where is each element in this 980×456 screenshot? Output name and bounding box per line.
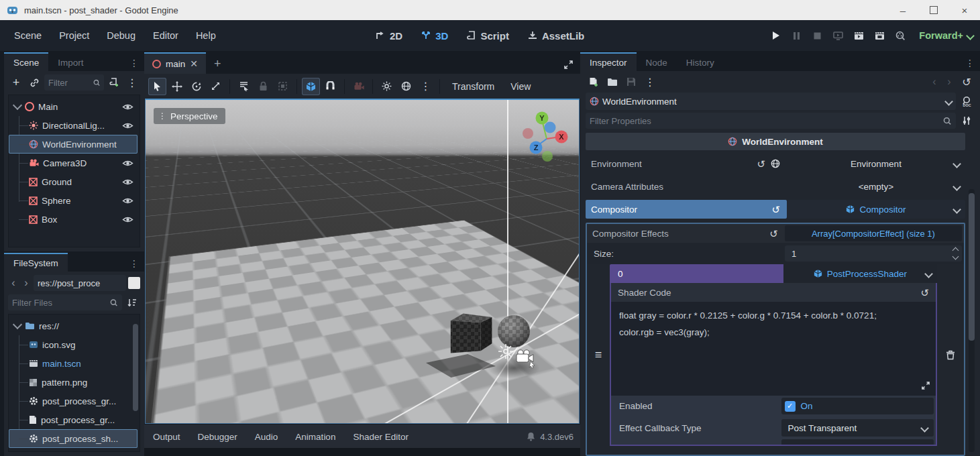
path-field[interactable] (34, 275, 126, 291)
new-scene-tab-button[interactable]: + (206, 57, 229, 74)
revert-icon[interactable]: ↺ (769, 229, 778, 239)
list-select-button[interactable] (235, 78, 253, 95)
file-row-resource[interactable]: post_process_gr... (9, 410, 140, 429)
maximize-button[interactable] (918, 0, 949, 20)
expand-code-icon[interactable] (921, 381, 930, 390)
file-row-root[interactable]: res:// (9, 317, 140, 335)
property-environment[interactable]: Environment ↺ Environment (586, 154, 965, 173)
size-field[interactable]: 1 (785, 245, 962, 262)
menu-scene[interactable]: Scene (5, 30, 50, 41)
visibility-eye-icon[interactable] (122, 196, 133, 205)
path-input[interactable] (38, 278, 122, 288)
preview-sun-button[interactable] (378, 78, 396, 95)
attach-script-button[interactable] (106, 74, 122, 91)
tab-scene[interactable]: Scene (4, 52, 48, 71)
tab-debugger[interactable]: Debugger (189, 432, 246, 442)
dock-menu-icon[interactable]: ⋮ (129, 58, 144, 71)
file-filter-field[interactable] (8, 294, 122, 310)
scene-filter-field[interactable] (44, 74, 104, 91)
preview-menu-icon[interactable]: ⋮ (417, 78, 435, 95)
environment-value[interactable]: Environment (787, 159, 965, 169)
edited-object-selector[interactable]: WorldEnvironment (586, 93, 956, 110)
file-row-iconsvg[interactable]: icon.svg (9, 335, 140, 354)
bell-icon[interactable] (527, 432, 535, 441)
revert-icon[interactable]: ↺ (771, 205, 780, 215)
workspace-script[interactable]: Script (467, 30, 509, 42)
visibility-eye-icon[interactable] (122, 121, 133, 130)
resource-extra-menu-icon[interactable]: ⋮ (642, 74, 658, 90)
local-space-button[interactable] (302, 78, 320, 95)
pause-button[interactable] (789, 28, 804, 43)
scene-node-directionallight[interactable]: DirectionalLig... (9, 116, 140, 135)
file-row-patternpng[interactable]: pattern.png (9, 373, 140, 392)
open-docs-button[interactable]: DOC (959, 93, 975, 109)
filter-options-icon[interactable] (959, 113, 975, 129)
tab-inspector[interactable]: Inspector (580, 52, 637, 71)
nav-forward-icon[interactable]: › (21, 277, 32, 289)
minimize-button[interactable]: – (887, 0, 918, 20)
viewport-menu-icon[interactable]: ⋮ (158, 111, 166, 121)
play-custom-scene-button[interactable] (872, 28, 887, 43)
camera-preview-button[interactable] (349, 78, 368, 95)
tab-import[interactable]: Import (48, 52, 93, 71)
lock-button[interactable] (254, 78, 272, 95)
tab-animation[interactable]: Animation (286, 432, 344, 442)
visibility-eye-icon[interactable] (122, 215, 133, 224)
dock-menu-icon[interactable]: ⋮ (965, 58, 980, 71)
axis-gizmo[interactable]: Y X Z (520, 105, 569, 164)
collapse-icon[interactable] (13, 320, 22, 329)
visibility-eye-icon[interactable] (122, 178, 133, 186)
property-filter-field[interactable] (586, 113, 956, 129)
add-node-button[interactable]: + (8, 74, 24, 91)
item-type-selector[interactable]: PostProcessShader (783, 264, 937, 283)
history-back-icon[interactable]: ‹ (929, 76, 940, 88)
scale-tool-button[interactable] (207, 78, 225, 95)
collapse-icon[interactable] (13, 101, 22, 110)
save-resource-button[interactable] (623, 74, 639, 90)
perspective-selector[interactable]: ⋮ Perspective (154, 108, 225, 124)
file-row-gdshader2[interactable]: post_process_sh... (9, 429, 138, 448)
tab-main-scene[interactable]: main ✕ (144, 52, 206, 74)
instance-scene-button[interactable] (26, 74, 42, 91)
array-value-button[interactable]: Array[CompositorEffect] (size 1) (785, 225, 962, 241)
visibility-eye-icon[interactable] (122, 103, 133, 111)
tab-filesystem[interactable]: FileSystem (4, 253, 68, 272)
scene-extra-menu-icon[interactable]: ⋮ (124, 74, 140, 91)
transform-menu[interactable]: Transform (445, 81, 502, 92)
revert-icon[interactable]: ↺ (920, 288, 929, 298)
menu-editor[interactable]: Editor (144, 30, 187, 41)
shader-code-header[interactable]: Shader Code ↺ (611, 283, 936, 302)
preview-environment-button[interactable] (397, 78, 415, 95)
workspace-assetlib[interactable]: AssetLib (528, 30, 584, 42)
workspace-2d[interactable]: 2D (376, 30, 402, 42)
close-tab-icon[interactable]: ✕ (190, 58, 198, 69)
property-compositor-effects[interactable]: Compositor Effects ↺ Array[CompositorEff… (587, 224, 964, 243)
tab-shader-editor[interactable]: Shader Editor (344, 432, 417, 442)
viewport-3d[interactable]: ⋮ Perspective Y X (145, 99, 580, 424)
file-row-gdshader1[interactable]: post_process_gr... (9, 392, 140, 410)
filesystem-scrollbar[interactable] (133, 324, 138, 411)
object-history-icon[interactable]: ↺ (959, 74, 975, 90)
delete-item-button[interactable] (937, 264, 964, 446)
revert-icon[interactable]: ↺ (757, 159, 765, 169)
dock-menu-icon[interactable]: ⋮ (129, 258, 144, 272)
menu-help[interactable]: Help (187, 30, 225, 41)
inspector-scrollbar[interactable] (969, 189, 975, 452)
scene-node-main[interactable]: Main (9, 97, 140, 116)
tab-node[interactable]: Node (637, 52, 677, 71)
distraction-free-icon[interactable] (557, 60, 580, 74)
nav-back-icon[interactable]: ‹ (8, 277, 19, 289)
enabled-toggle[interactable]: ✓ On (781, 398, 934, 414)
play-scene-remote-button[interactable] (830, 28, 845, 43)
camera-attributes-value[interactable]: <empty> (787, 182, 965, 192)
scene-node-box[interactable]: Box (9, 210, 140, 229)
scene-node-ground[interactable]: Ground (9, 172, 140, 191)
property-camera-attributes[interactable]: Camera Attributes <empty> (586, 177, 965, 196)
compositor-value[interactable]: Compositor (787, 200, 965, 219)
toggle-split-mode-button[interactable] (128, 277, 140, 289)
scene-node-camera3d[interactable]: Camera3D (9, 154, 140, 172)
renderer-selector[interactable]: Forward+ (919, 30, 973, 41)
stepper-icon[interactable] (953, 248, 958, 259)
group-button[interactable] (274, 78, 292, 95)
menu-project[interactable]: Project (50, 30, 98, 41)
